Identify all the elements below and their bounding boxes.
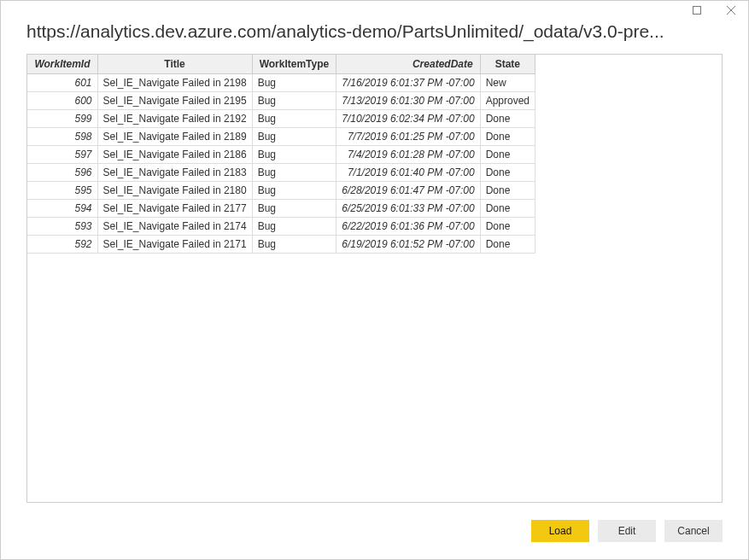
close-button[interactable] (719, 3, 743, 18)
table-row[interactable]: 598Sel_IE_Navigate Failed in 2189Bug7/7/… (27, 128, 535, 146)
cancel-button[interactable]: Cancel (664, 520, 723, 542)
cell-createddate: 7/7/2019 6:01:25 PM -07:00 (336, 128, 480, 146)
table-row[interactable]: 596Sel_IE_Navigate Failed in 2183Bug7/1/… (27, 164, 535, 182)
data-table: WorkItemId Title WorkItemType CreatedDat… (27, 55, 535, 254)
titlebar (1, 1, 748, 20)
table-row[interactable]: 593Sel_IE_Navigate Failed in 2174Bug6/22… (27, 218, 535, 236)
table-row[interactable]: 595Sel_IE_Navigate Failed in 2180Bug6/28… (27, 182, 535, 200)
cell-workitemid: 599 (27, 110, 97, 128)
dialog-window: https://analytics.dev.azure.com/analytic… (0, 0, 749, 560)
cell-createddate: 6/19/2019 6:01:52 PM -07:00 (336, 236, 480, 254)
col-header-title[interactable]: Title (97, 55, 252, 74)
table-body: 601Sel_IE_Navigate Failed in 2198Bug7/16… (27, 74, 535, 254)
col-header-workitemid[interactable]: WorkItemId (27, 55, 97, 74)
cell-workitemid: 595 (27, 182, 97, 200)
cell-workitemtype: Bug (252, 218, 336, 236)
cell-workitemid: 594 (27, 200, 97, 218)
cell-workitemtype: Bug (252, 74, 336, 92)
cell-workitemid: 600 (27, 92, 97, 110)
dialog-footer: Load Edit Cancel (1, 511, 748, 559)
cell-title: Sel_IE_Navigate Failed in 2198 (97, 74, 252, 92)
cell-state: Done (480, 164, 535, 182)
cell-state: Done (480, 200, 535, 218)
cell-state: Done (480, 218, 535, 236)
cell-createddate: 7/16/2019 6:01:37 PM -07:00 (336, 74, 480, 92)
cell-workitemtype: Bug (252, 164, 336, 182)
cell-state: Approved (480, 92, 535, 110)
cell-title: Sel_IE_Navigate Failed in 2177 (97, 200, 252, 218)
col-header-createddate[interactable]: CreatedDate (336, 55, 480, 74)
cell-createddate: 6/28/2019 6:01:47 PM -07:00 (336, 182, 480, 200)
table-row[interactable]: 597Sel_IE_Navigate Failed in 2186Bug7/4/… (27, 146, 535, 164)
dialog-title-url: https://analytics.dev.azure.com/analytic… (1, 20, 748, 49)
table-row[interactable]: 601Sel_IE_Navigate Failed in 2198Bug7/16… (27, 74, 535, 92)
cell-createddate: 7/13/2019 6:01:30 PM -07:00 (336, 92, 480, 110)
cell-title: Sel_IE_Navigate Failed in 2171 (97, 236, 252, 254)
cell-title: Sel_IE_Navigate Failed in 2183 (97, 164, 252, 182)
table-row[interactable]: 600Sel_IE_Navigate Failed in 2195Bug7/13… (27, 92, 535, 110)
cell-workitemid: 598 (27, 128, 97, 146)
col-header-state[interactable]: State (480, 55, 535, 74)
cell-title: Sel_IE_Navigate Failed in 2180 (97, 182, 252, 200)
cell-workitemtype: Bug (252, 200, 336, 218)
cell-workitemid: 601 (27, 74, 97, 92)
cell-state: Done (480, 128, 535, 146)
data-preview-area: WorkItemId Title WorkItemType CreatedDat… (26, 54, 723, 503)
cell-title: Sel_IE_Navigate Failed in 2189 (97, 128, 252, 146)
cell-workitemid: 592 (27, 236, 97, 254)
maximize-button[interactable] (685, 3, 709, 18)
cell-state: New (480, 74, 535, 92)
cell-createddate: 6/22/2019 6:01:36 PM -07:00 (336, 218, 480, 236)
col-header-workitemtype[interactable]: WorkItemType (252, 55, 336, 74)
cell-workitemtype: Bug (252, 92, 336, 110)
svg-rect-0 (693, 7, 701, 15)
cell-title: Sel_IE_Navigate Failed in 2192 (97, 110, 252, 128)
cell-state: Done (480, 182, 535, 200)
cell-workitemtype: Bug (252, 182, 336, 200)
cell-createddate: 7/4/2019 6:01:28 PM -07:00 (336, 146, 480, 164)
table-row[interactable]: 594Sel_IE_Navigate Failed in 2177Bug6/25… (27, 200, 535, 218)
cell-title: Sel_IE_Navigate Failed in 2174 (97, 218, 252, 236)
close-icon (727, 6, 735, 15)
table-header-row: WorkItemId Title WorkItemType CreatedDat… (27, 55, 535, 74)
edit-button[interactable]: Edit (598, 520, 656, 542)
cell-workitemtype: Bug (252, 128, 336, 146)
cell-createddate: 6/25/2019 6:01:33 PM -07:00 (336, 200, 480, 218)
cell-createddate: 7/10/2019 6:02:34 PM -07:00 (336, 110, 480, 128)
cell-title: Sel_IE_Navigate Failed in 2186 (97, 146, 252, 164)
table-row[interactable]: 599Sel_IE_Navigate Failed in 2192Bug7/10… (27, 110, 535, 128)
cell-createddate: 7/1/2019 6:01:40 PM -07:00 (336, 164, 480, 182)
cell-workitemid: 596 (27, 164, 97, 182)
cell-workitemtype: Bug (252, 110, 336, 128)
table-row[interactable]: 592Sel_IE_Navigate Failed in 2171Bug6/19… (27, 236, 535, 254)
cell-title: Sel_IE_Navigate Failed in 2195 (97, 92, 252, 110)
cell-state: Done (480, 146, 535, 164)
cell-workitemtype: Bug (252, 236, 336, 254)
cell-workitemid: 593 (27, 218, 97, 236)
load-button[interactable]: Load (531, 520, 589, 542)
maximize-icon (693, 6, 701, 15)
cell-state: Done (480, 110, 535, 128)
cell-state: Done (480, 236, 535, 254)
cell-workitemid: 597 (27, 146, 97, 164)
cell-workitemtype: Bug (252, 146, 336, 164)
